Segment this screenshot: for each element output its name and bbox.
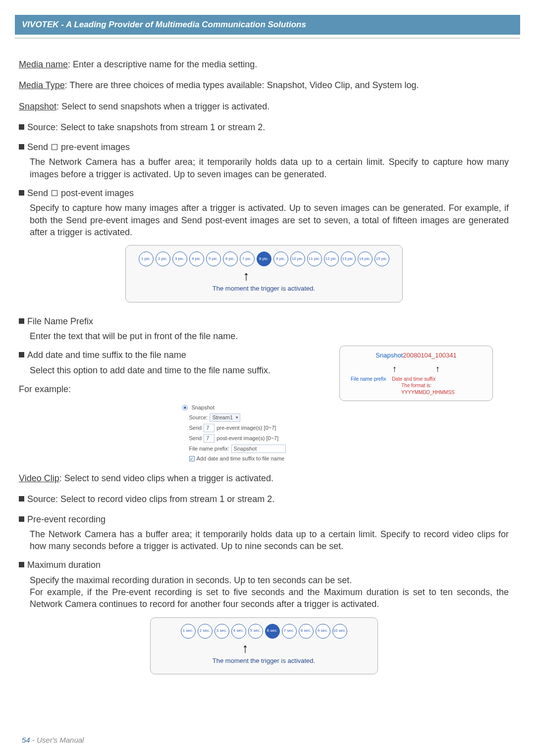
snapshot-radio[interactable] [182, 405, 188, 410]
page-footer: 54 - User's Manual [22, 736, 84, 744]
bullet-pre-rec: Pre-event recording [19, 513, 509, 525]
diagram-pic-sequence: 1 pic.2 pic.3 pic.4 pic.5 pic.6 pic.7 pi… [125, 245, 403, 302]
bullet-send-pre: Send pre-event images [19, 141, 509, 153]
post-event-suffix: post-event image(s) [0~7] [216, 435, 278, 442]
sequence-circle: 3 pic. [172, 252, 187, 266]
snapshot-radio-label: Snapshot [192, 404, 214, 411]
post-event-input[interactable]: 7 [204, 434, 214, 443]
sequence-circle: 11 pic. [307, 252, 322, 266]
sequence-circle: 13 pic. [341, 252, 356, 266]
arrow-up-icon: ↑ [435, 363, 440, 375]
bullet-send-pre-body: The Network Camera has a buffer area; it… [19, 156, 509, 180]
sequence-circle: 15 pic. [374, 252, 389, 266]
sequence-circle: 2 pic. [156, 252, 170, 266]
filename-prefix: Snapshot [375, 352, 403, 359]
sequence-circle: 10 pic. [290, 252, 305, 266]
sequence-circle: 9 pic. [273, 252, 288, 266]
filename-prefix-label: File name prefix [351, 376, 386, 383]
header-rule [15, 38, 520, 39]
term-media-name: Media name [19, 59, 68, 69]
sequence-circle: 7 sec. [282, 624, 297, 639]
sequence-circle: 6 pic. [223, 252, 238, 266]
bullet-send-post-body: Specify to capture how many images after… [19, 202, 509, 238]
bullet-max-dur: Maximum duration [19, 559, 509, 571]
filename-example-box: Snapshot20080104_100341 ↑↑ File name pre… [339, 346, 493, 401]
sequence-circle: 10 sec. [332, 624, 347, 639]
sequence-circle: 3 sec. [214, 624, 229, 639]
bullet-datetime-body: Select this option to add date and time … [19, 364, 326, 376]
pre-event-suffix: pre-event image(s) [0~7] [216, 424, 276, 432]
bullet-file-prefix-body: Enter the text that will be put in front… [19, 330, 296, 342]
pre-count-box[interactable] [52, 144, 57, 150]
snapshot-ui-example: Snapshot Source:Stream1 Send7pre-event i… [182, 404, 346, 462]
bullet-file-prefix: File Name Prefix [19, 315, 509, 327]
sequence-circle: 7 pic. [240, 252, 255, 266]
arrow-up-icon: ↑ [242, 642, 373, 655]
sequence-circle: 5 sec. [248, 624, 263, 639]
arrow-up-icon: ↑ [243, 269, 397, 282]
post-count-box[interactable] [52, 190, 57, 196]
file-prefix-label: File name prefix: [189, 445, 229, 453]
arrow-up-icon: ↑ [392, 363, 397, 375]
term-video-clip: Video Clip [19, 473, 59, 483]
sequence-circle: 9 sec. [316, 624, 330, 639]
term-snapshot: Snapshot [19, 101, 56, 111]
sequence-circle: 1 pic. [139, 252, 154, 266]
bullet-send-post: Send post-event images [19, 187, 509, 199]
sequence-circle: 2 sec. [198, 624, 213, 639]
bullet-source-vid: Source: Select to record video clips fro… [19, 493, 509, 505]
diagram-caption-1: The moment the trigger is activated. [131, 284, 397, 293]
add-datetime-label: Add date and time suffix to file name [197, 455, 285, 462]
para-media-name: Media name: Enter a descriptive name for… [19, 58, 509, 70]
pre-event-input[interactable]: 7 [204, 424, 214, 432]
header-title: VIVOTEK - A Leading Provider of Multimed… [15, 15, 520, 35]
sequence-circle: 12 pic. [324, 252, 339, 266]
bullet-source-snap: Source: Select to take snapshots from st… [19, 121, 509, 133]
add-datetime-checkbox[interactable]: ✓ [189, 456, 195, 461]
source-select[interactable]: Stream1 [210, 413, 240, 422]
para-video-clip: Video Clip: Select to send video clips w… [19, 472, 509, 484]
sequence-circle: 8 pic. [257, 252, 271, 266]
diagram-caption-2: The moment the trigger is activated. [156, 656, 373, 665]
diagram-sec-sequence: 1 sec.2 sec.3 sec.4 sec.5 sec.6 sec.7 se… [150, 617, 378, 675]
sequence-circle: 14 pic. [358, 252, 373, 266]
sequence-circle: 4 pic. [189, 252, 204, 266]
sequence-circle: 4 sec. [231, 624, 246, 639]
sequence-circle: 8 sec. [299, 624, 314, 639]
filename-format: The format is: YYYYMMDD_HHMMSS [401, 382, 485, 396]
source-label: Source: [189, 414, 208, 421]
para-snapshot: Snapshot: Select to send snapshots when … [19, 101, 509, 112]
bullet-pre-rec-body: The Network Camera has a buffer area; it… [19, 528, 509, 553]
page-number: 54 [22, 736, 30, 744]
para-media-type: Media Type: There are three choices of m… [19, 79, 509, 91]
footer-label: User's Manual [37, 736, 84, 744]
sequence-circle: 6 sec. [265, 624, 280, 639]
filename-suffix-label: Date and time suffix [392, 376, 435, 383]
filename-suffix: 20080104_100341 [403, 352, 456, 359]
bullet-max-dur-body: Specify the maximal recording duration i… [19, 574, 509, 610]
sequence-circle: 5 pic. [206, 252, 221, 266]
file-prefix-input[interactable]: Snapshot [231, 445, 286, 453]
sequence-circle: 1 sec. [181, 624, 196, 639]
term-media-type: Media Type [19, 80, 65, 90]
